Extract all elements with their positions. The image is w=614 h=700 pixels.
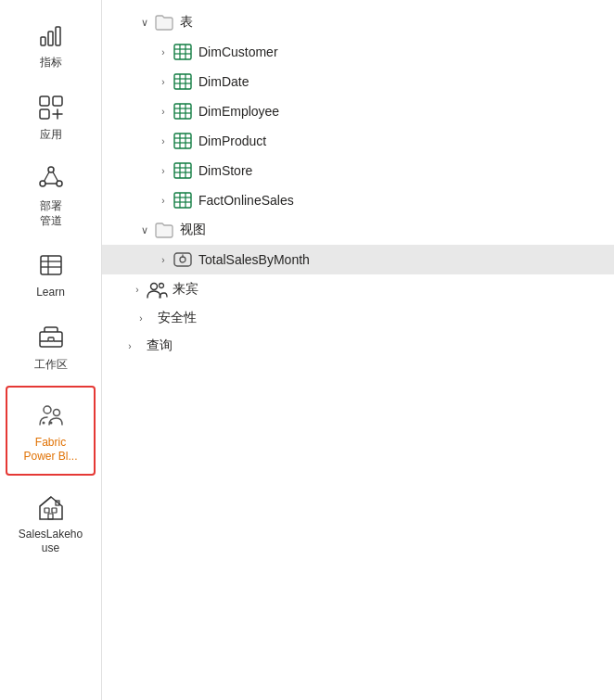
sidebar-item-apps-label: 应用 — [40, 128, 62, 143]
dim-customer-row[interactable]: › DimCustomer — [102, 37, 614, 67]
chevron-right-total-sales: › — [154, 250, 173, 269]
svg-rect-0 — [41, 37, 45, 45]
svg-point-12 — [44, 406, 51, 414]
svg-rect-3 — [40, 96, 49, 106]
total-sales-by-month-row[interactable]: › TotalSalesByMonth — [102, 245, 614, 274]
tables-folder-label: 表 — [180, 14, 193, 31]
svg-rect-16 — [45, 508, 49, 513]
chevron-right-query: › — [121, 337, 139, 355]
svg-point-15 — [49, 421, 52, 424]
folder-icon — [154, 220, 174, 240]
lai-bin-label: 来宾 — [173, 281, 198, 298]
tables-folder[interactable]: ∨ 表 — [102, 7, 614, 37]
dim-store-row[interactable]: › DimStore — [102, 156, 614, 185]
learn-icon — [34, 248, 68, 282]
table-icon — [173, 71, 193, 92]
svg-rect-2 — [56, 27, 60, 45]
sidebar-item-saleslakehouse[interactable]: SalesLakeho use — [0, 479, 101, 566]
svg-point-8 — [57, 181, 62, 186]
query-row[interactable]: › 查询 — [102, 332, 614, 360]
chevron-right-security: › — [132, 309, 150, 327]
query-label: 查询 — [147, 337, 173, 354]
fact-online-sales-row[interactable]: › FactOnlineSales — [102, 185, 614, 215]
svg-point-6 — [48, 167, 54, 172]
dim-customer-label: DimCustomer — [198, 45, 278, 59]
svg-rect-18 — [48, 514, 53, 519]
svg-rect-25 — [174, 193, 191, 208]
dim-employee-label: DimEmployee — [198, 104, 279, 119]
dim-date-row[interactable]: › DimDate — [102, 67, 614, 96]
security-row[interactable]: › 安全性 — [102, 304, 614, 332]
svg-rect-1 — [48, 32, 53, 45]
dim-product-label: DimProduct — [198, 134, 266, 148]
svg-point-14 — [42, 421, 45, 424]
svg-point-28 — [151, 284, 158, 290]
lakehouse-icon — [34, 490, 68, 524]
chevron-right-dim-product: › — [154, 132, 173, 150]
dim-date-label: DimDate — [198, 74, 249, 89]
views-folder-label: 视图 — [180, 222, 206, 238]
dim-store-label: DimStore — [198, 163, 252, 178]
deploy-icon — [34, 162, 68, 196]
svg-rect-24 — [174, 163, 191, 178]
views-folder[interactable]: ∨ 视图 — [102, 215, 614, 245]
sidebar-item-fabric[interactable]: Fabric Power Bl... — [6, 386, 96, 476]
sidebar-item-learn[interactable]: Learn — [0, 237, 101, 310]
sidebar: 指标 应用 部署 管道 — [0, 0, 102, 700]
chevron-right-dim-employee: › — [154, 102, 173, 121]
sidebar-item-metrics-label: 指标 — [40, 56, 62, 70]
sidebar-item-metrics[interactable]: 指标 — [0, 7, 101, 80]
svg-rect-23 — [174, 134, 191, 148]
lai-bin-icon — [147, 279, 167, 299]
chevron-down-views: ∨ — [135, 221, 154, 239]
sidebar-item-deploy-label: 部署 管道 — [40, 199, 62, 228]
svg-rect-4 — [53, 96, 62, 106]
svg-point-29 — [160, 284, 164, 288]
chevron-right-fact-online-sales: › — [154, 191, 173, 210]
sidebar-item-apps[interactable]: 应用 — [0, 80, 101, 152]
svg-rect-5 — [40, 109, 49, 119]
apps-icon — [34, 91, 68, 124]
lai-bin-row[interactable]: › 来宾 — [102, 274, 614, 304]
table-icon — [173, 190, 193, 210]
chevron-right-dim-customer: › — [154, 43, 173, 61]
workspace-icon — [34, 321, 68, 354]
metrics-icon — [34, 19, 68, 52]
sidebar-item-learn-label: Learn — [36, 286, 65, 300]
svg-rect-21 — [174, 74, 191, 89]
chevron-right-dim-store: › — [154, 161, 173, 180]
fabric-icon — [34, 399, 68, 432]
sidebar-item-lakehouse-label: SalesLakeho use — [19, 528, 83, 556]
sidebar-item-workspace-label: 工作区 — [34, 358, 68, 373]
security-label: 安全性 — [158, 310, 197, 326]
svg-rect-22 — [174, 104, 191, 119]
svg-point-27 — [180, 257, 185, 262]
sidebar-item-fabric-label: Fabric Power Bl... — [23, 436, 77, 465]
svg-rect-9 — [41, 256, 61, 274]
total-sales-by-month-label: TotalSalesByMonth — [198, 252, 310, 267]
dim-product-row[interactable]: › DimProduct — [102, 126, 614, 156]
table-icon — [173, 131, 193, 151]
dim-employee-row[interactable]: › DimEmployee — [102, 96, 614, 126]
sidebar-item-deploy[interactable]: 部署 管道 — [0, 151, 101, 237]
svg-point-7 — [40, 181, 45, 186]
sidebar-item-workspace[interactable]: 工作区 — [0, 310, 101, 382]
view-icon — [173, 249, 193, 270]
table-icon — [173, 101, 193, 121]
chevron-right-lai-bin: › — [128, 280, 147, 299]
svg-point-13 — [53, 409, 59, 415]
svg-rect-11 — [48, 337, 54, 341]
main-tree: ∨ 表 › DimCustomer › — [102, 0, 614, 700]
svg-rect-10 — [40, 332, 62, 347]
folder-icon — [154, 12, 174, 32]
chevron-right-dim-date: › — [154, 72, 173, 91]
chevron-down-icon: ∨ — [135, 13, 154, 32]
table-icon — [173, 160, 193, 181]
svg-rect-17 — [52, 508, 57, 513]
svg-rect-20 — [174, 45, 191, 59]
fact-online-sales-label: FactOnlineSales — [198, 193, 294, 208]
table-icon — [173, 42, 193, 62]
